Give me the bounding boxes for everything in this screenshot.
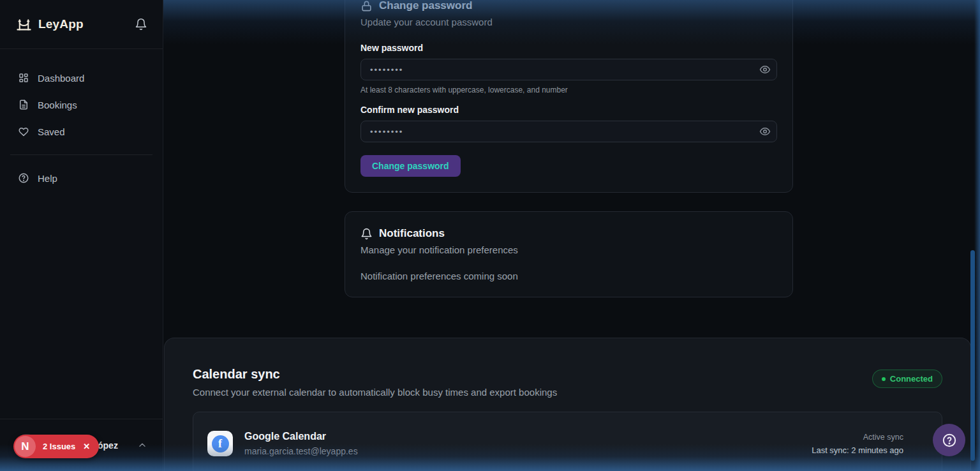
password-hint: At least 8 characters with uppercase, lo…: [360, 86, 777, 94]
card-title: Change password: [379, 0, 472, 12]
notifications-placeholder-text: Notification preferences coming soon: [360, 271, 777, 281]
sidebar-header: LeyApp: [0, 0, 163, 49]
sidebar-item-label: Help: [38, 173, 57, 184]
dev-issues-overlay[interactable]: N 2 Issues ✕: [13, 435, 99, 458]
calendar-sync-panel: Calendar sync Connect your external cale…: [164, 338, 971, 471]
sidebar-item-label: Bookings: [38, 100, 77, 110]
panel-title: Calendar sync: [193, 367, 557, 382]
question-mark-icon: [941, 432, 958, 449]
confirm-password-label: Confirm new password: [360, 105, 777, 115]
change-password-card: Change password Update your account pass…: [345, 0, 793, 193]
bell-icon: [135, 18, 147, 31]
calendar-sync-header: Calendar sync Connect your external cale…: [193, 367, 942, 398]
sync-info: Active sync Last sync: 2 minutes ago: [812, 433, 903, 455]
notifications-header: Notifications: [360, 227, 777, 240]
change-password-button[interactable]: Change password: [360, 155, 461, 177]
new-password-label: New password: [360, 43, 777, 53]
notifications-bell-button[interactable]: [135, 18, 147, 31]
provider-info: f Google Calendar maria.garcia.test@leya…: [207, 431, 358, 456]
sidebar-item-saved[interactable]: Saved: [0, 118, 163, 145]
confirm-password-input[interactable]: [360, 121, 777, 142]
nextjs-logo-icon: N: [15, 436, 36, 457]
sidebar-item-label: Saved: [38, 126, 65, 137]
sidebar-nav: Dashboard Bookings Saved: [0, 49, 163, 191]
sidebar-item-help[interactable]: Help: [0, 165, 163, 191]
dashboard-icon: [18, 72, 29, 84]
new-password-input[interactable]: [360, 59, 777, 80]
app-name: LeyApp: [38, 17, 84, 31]
sidebar-item-dashboard[interactable]: Dashboard: [0, 64, 163, 91]
provider-texts: Google Calendar maria.garcia.test@leyapp…: [244, 431, 358, 456]
help-fab-button[interactable]: [933, 424, 965, 456]
calendar-provider-row[interactable]: f Google Calendar maria.garcia.test@leya…: [193, 412, 942, 471]
connected-status-badge: Connected: [872, 370, 942, 388]
provider-email: maria.garcia.test@leyapp.es: [244, 446, 358, 456]
change-password-header: Change password: [360, 0, 777, 12]
eye-icon: [759, 64, 771, 75]
app-logo[interactable]: LeyApp: [15, 16, 84, 33]
close-icon[interactable]: ✕: [83, 442, 90, 451]
toggle-confirm-visibility-button[interactable]: [759, 126, 771, 137]
new-password-field-wrap: [360, 59, 777, 80]
toggle-password-visibility-button[interactable]: [759, 64, 771, 75]
sidebar-divider: [10, 154, 152, 155]
lock-icon: [360, 0, 373, 12]
status-dot-icon: [882, 377, 886, 381]
issues-count-label: 2 Issues: [43, 442, 75, 451]
card-subtitle: Manage your notification preferences: [360, 244, 777, 255]
eye-icon: [759, 126, 771, 137]
app-root: Change password Update your account pass…: [0, 0, 980, 471]
panel-subtitle: Connect your external calendar to automa…: [193, 387, 557, 398]
sidebar-item-label: Dashboard: [38, 73, 84, 84]
bell-icon: [360, 228, 373, 240]
sidebar: LeyApp Dashboard: [0, 0, 163, 471]
right-gradient-glow: [974, 0, 980, 471]
provider-logo-icon: f: [212, 435, 229, 452]
provider-name: Google Calendar: [244, 431, 358, 442]
provider-icon-tile: f: [207, 431, 233, 456]
document-icon: [18, 99, 29, 110]
calendar-sync-titles: Calendar sync Connect your external cale…: [193, 367, 557, 398]
sidebar-item-bookings[interactable]: Bookings: [0, 91, 163, 118]
chevron-up-icon: [137, 440, 147, 451]
help-circle-icon: [18, 172, 29, 184]
notifications-card: Notifications Manage your notification p…: [345, 211, 793, 297]
confirm-password-field-wrap: [360, 121, 777, 142]
leyapp-logo-icon: [15, 16, 33, 33]
status-label: Connected: [890, 374, 933, 384]
card-subtitle: Update your account password: [360, 17, 777, 27]
last-sync: Last sync: 2 minutes ago: [812, 445, 903, 455]
sync-status: Active sync: [812, 433, 903, 442]
heart-icon: [18, 126, 29, 137]
vertical-scrollbar-thumb[interactable]: [970, 250, 975, 461]
card-title: Notifications: [379, 227, 445, 240]
